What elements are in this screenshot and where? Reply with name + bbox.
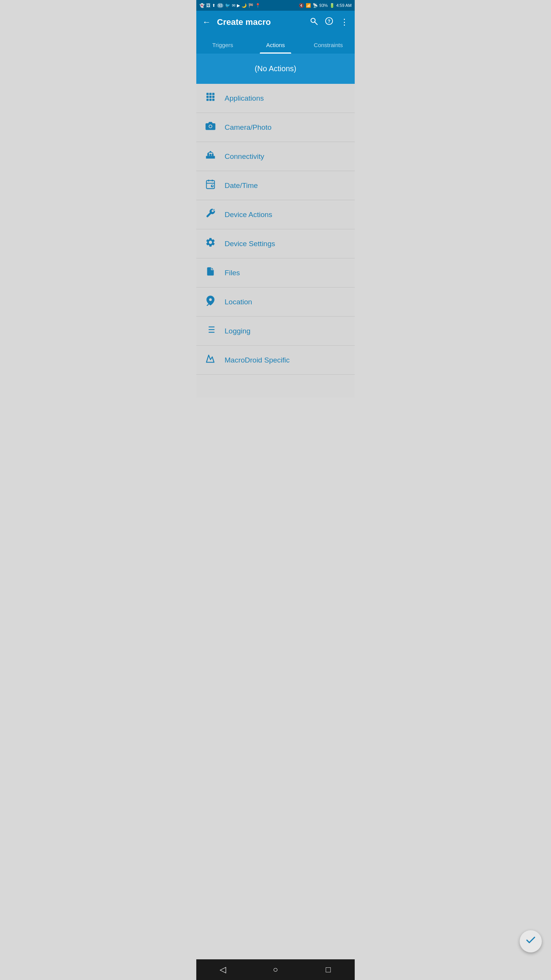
list-item-datetime[interactable]: Date/Time: [196, 171, 355, 200]
macrodroid-icon: [204, 353, 217, 367]
svg-point-25: [209, 298, 212, 301]
list-label-device-settings: Device Settings: [225, 240, 275, 248]
camera-icon: [204, 121, 217, 134]
tab-actions[interactable]: Actions: [249, 42, 302, 54]
list-item-location[interactable]: Location: [196, 287, 355, 317]
svg-point-0: [311, 18, 315, 23]
upload-icon: ⬆: [212, 3, 215, 8]
moon-icon: 🌙: [241, 3, 247, 8]
svg-rect-12: [212, 99, 215, 101]
svg-rect-4: [207, 93, 209, 95]
play-icon: ▶: [237, 3, 240, 8]
status-bar: 👻 🖼 ⬆ 93 🐦 ✉ ▶ 🌙 🏁 📍 🔇 📶 📡 93% 🔋 4:59 AM: [196, 0, 355, 11]
svg-text:?: ?: [328, 19, 330, 24]
check-flag-icon: 🏁: [248, 3, 254, 8]
battery-percent: 93%: [320, 3, 328, 8]
app-bar: ← Create macro ? ⋮: [196, 11, 355, 34]
grid-icon: [204, 91, 217, 105]
mute-icon: 🔇: [299, 3, 304, 8]
svg-rect-17: [207, 181, 215, 189]
tab-constraints[interactable]: Constraints: [302, 42, 355, 54]
battery-icon: 🔋: [329, 3, 335, 8]
list-item-files[interactable]: Files: [196, 258, 355, 287]
clock: 4:59 AM: [336, 3, 352, 8]
list-label-connectivity: Connectivity: [225, 152, 264, 161]
list-item-macrodroid[interactable]: MacroDroid Specific: [196, 346, 355, 375]
list-label-camera: Camera/Photo: [225, 123, 272, 132]
list-item-device-actions[interactable]: Device Actions: [196, 200, 355, 229]
connectivity-icon: [204, 150, 217, 163]
list-item-applications[interactable]: Applications: [196, 84, 355, 113]
svg-rect-15: [206, 156, 215, 158]
file-icon: [204, 266, 217, 279]
list-label-macrodroid: MacroDroid Specific: [225, 356, 290, 364]
list-item-device-settings[interactable]: Device Settings: [196, 229, 355, 258]
list-item-connectivity[interactable]: Connectivity: [196, 142, 355, 171]
calendar-icon: [204, 179, 217, 192]
app-bar-actions: ? ⋮: [310, 17, 349, 28]
image-icon: 🖼: [206, 3, 210, 8]
list-label-logging: Logging: [225, 327, 251, 335]
svg-line-1: [315, 22, 317, 24]
mail-icon: ✉: [232, 3, 235, 8]
svg-rect-6: [212, 93, 215, 95]
list-item-camera[interactable]: Camera/Photo: [196, 113, 355, 142]
status-icons-left: 👻 🖼 ⬆ 93 🐦 ✉ ▶ 🌙 🏁 📍: [199, 3, 261, 8]
badge-icon: 93: [217, 3, 223, 8]
svg-rect-7: [207, 96, 209, 98]
list-label-files: Files: [225, 269, 240, 277]
svg-rect-11: [209, 99, 212, 101]
page-title: Create macro: [217, 17, 303, 27]
gear-icon: [204, 237, 217, 250]
svg-rect-5: [209, 93, 212, 95]
location-pin-icon: [204, 295, 217, 309]
wrench-icon: [204, 208, 217, 221]
status-icons-right: 🔇 📶 📡 93% 🔋 4:59 AM: [299, 3, 352, 8]
no-actions-banner: (No Actions): [196, 54, 355, 84]
svg-rect-9: [212, 96, 215, 98]
list-label-datetime: Date/Time: [225, 181, 258, 190]
list-label-location: Location: [225, 298, 252, 306]
list-label-applications: Applications: [225, 94, 264, 103]
svg-line-24: [213, 209, 215, 211]
help-icon[interactable]: ?: [325, 17, 333, 28]
tab-triggers[interactable]: Triggers: [196, 42, 249, 54]
signal-icon: 📡: [313, 3, 318, 8]
snapchat-icon: 👻: [199, 3, 205, 8]
svg-point-14: [209, 125, 212, 127]
more-icon[interactable]: ⋮: [340, 17, 349, 27]
actions-list: Applications Camera/Photo Connectivity: [196, 84, 355, 398]
tab-bar: Triggers Actions Constraints: [196, 34, 355, 54]
list-label-device-actions: Device Actions: [225, 211, 272, 219]
search-icon[interactable]: [310, 17, 318, 28]
back-button[interactable]: ←: [202, 18, 211, 26]
svg-rect-10: [207, 99, 209, 101]
wifi-icon: 📶: [306, 3, 311, 8]
svg-rect-8: [209, 96, 212, 98]
logging-icon: [204, 324, 217, 338]
twitter-icon: 🐦: [225, 3, 230, 8]
maps-icon: 📍: [255, 3, 261, 8]
list-item-logging[interactable]: Logging: [196, 317, 355, 346]
